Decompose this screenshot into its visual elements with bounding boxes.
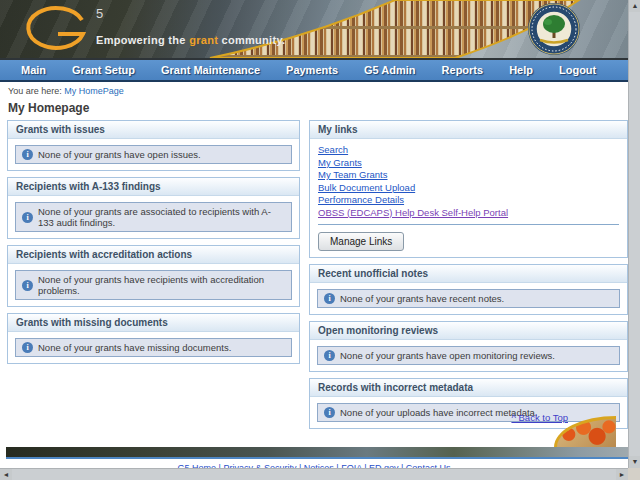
status-panel: Open monitoring reviews None of your gra… <box>309 321 628 372</box>
info-icon <box>22 212 33 223</box>
education-seal-icon <box>528 3 580 55</box>
columns: Grants with issues None of your grants h… <box>0 120 628 435</box>
footer-photo-strip <box>6 447 628 459</box>
my-links-link[interactable]: My Team Grants <box>318 169 619 182</box>
info-icon <box>324 293 335 304</box>
my-links-link[interactable]: Performance Details <box>318 194 619 207</box>
panel-message: None of your grants have recent notes. <box>340 293 504 304</box>
panel-message: None of your grants have missing documen… <box>38 342 231 353</box>
panel-title: Grants with issues <box>8 121 299 139</box>
main-nav: MainGrant SetupGrant MaintenancePayments… <box>0 58 628 82</box>
info-message: None of your grants are associated to re… <box>15 202 292 232</box>
g5-logo-icon <box>28 8 83 48</box>
status-panel: Grants with issues None of your grants h… <box>7 120 300 171</box>
info-message: None of your grants have open monitoring… <box>317 346 620 365</box>
horizontal-scrollbar[interactable]: ◄ ► <box>0 468 628 480</box>
bookshelf-swoosh-image <box>210 0 579 58</box>
status-panel: Recipients with accreditation actions No… <box>7 245 300 307</box>
info-icon <box>22 342 33 353</box>
panel-message: None of your grants have recipients with… <box>38 274 285 296</box>
info-message: None of your grants have recent notes. <box>317 289 620 308</box>
breadcrumb-link-homepage[interactable]: My HomePage <box>64 86 124 96</box>
nav-item[interactable]: G5 Admin <box>351 64 429 76</box>
g5-logo-five: 5 <box>96 6 103 21</box>
my-links-link[interactable]: Bulk Document Upload <box>318 182 619 195</box>
my-links-link[interactable]: OBSS (EDCAPS) Help Desk Self-Help Portal <box>318 207 619 220</box>
divider <box>318 224 619 225</box>
scrollbar-corner <box>628 468 640 480</box>
info-icon <box>324 350 335 361</box>
nav-item[interactable]: Reports <box>429 64 497 76</box>
banner-graphics <box>0 0 628 58</box>
breadcrumb: You are here: My HomePage <box>0 82 628 98</box>
nav-item[interactable]: Main <box>8 64 59 76</box>
my-links-link[interactable]: My Grants <box>318 157 619 170</box>
panel-message: None of your uploads have incorrect meta… <box>340 407 538 418</box>
header-banner: 5 Empowering the grant community. <box>0 0 628 58</box>
nav-item[interactable]: Help <box>496 64 546 76</box>
panel-title: Grants with missing documents <box>8 314 299 332</box>
info-message: None of your uploads have incorrect meta… <box>317 403 620 422</box>
content-area: 5 Empowering the grant community. MainGr… <box>0 0 628 468</box>
panel-title: Recipients with A-133 findings <box>8 178 299 196</box>
panel-message: None of your grants have open monitoring… <box>340 350 555 361</box>
panel-message: None of your grants have open issues. <box>38 149 201 160</box>
breadcrumb-prefix: You are here: <box>8 86 64 96</box>
nav-item[interactable]: Grant Maintenance <box>148 64 273 76</box>
scroll-right-arrow-icon[interactable]: ► <box>616 469 628 480</box>
vertical-scrollbar[interactable]: ▲ ▼ <box>628 0 640 468</box>
nav-item[interactable]: Grant Setup <box>59 64 148 76</box>
right-column: My links SearchMy GrantsMy Team GrantsBu… <box>309 120 628 435</box>
status-panel: Grants with missing documents None of yo… <box>7 313 300 364</box>
my-links-link[interactable]: Search <box>318 144 619 157</box>
my-links-panel: My links SearchMy GrantsMy Team GrantsBu… <box>309 120 628 258</box>
info-message: None of your grants have open issues. <box>15 145 292 164</box>
scroll-down-arrow-icon[interactable]: ▼ <box>629 456 640 468</box>
status-panel: Recipients with A-133 findings None of y… <box>7 177 300 239</box>
panel-title: Recipients with accreditation actions <box>8 246 299 264</box>
scroll-left-arrow-icon[interactable]: ◄ <box>0 469 12 480</box>
info-message: None of your grants have recipients with… <box>15 270 292 300</box>
page-title: My Homepage <box>8 101 628 115</box>
tagline: Empowering the grant community. <box>96 34 285 46</box>
back-to-top-link[interactable]: ^ Back to Top <box>511 412 568 423</box>
my-links-list: SearchMy GrantsMy Team GrantsBulk Docume… <box>318 144 619 219</box>
scroll-up-arrow-icon[interactable]: ▲ <box>629 0 640 12</box>
status-panel: Recent unofficial notes None of your gra… <box>309 264 628 315</box>
manage-links-button[interactable]: Manage Links <box>318 232 404 251</box>
panel-title: Open monitoring reviews <box>310 322 627 340</box>
left-column: Grants with issues None of your grants h… <box>7 120 300 370</box>
page: 5 Empowering the grant community. MainGr… <box>0 0 640 480</box>
info-icon <box>22 149 33 160</box>
panel-title: Recent unofficial notes <box>310 265 627 283</box>
nav-item[interactable]: Logout <box>546 64 609 76</box>
info-message: None of your grants have missing documen… <box>15 338 292 357</box>
right-panels: Recent unofficial notes None of your gra… <box>309 264 628 429</box>
panel-title: Records with incorrect metadata <box>310 379 627 397</box>
panel-title: My links <box>310 121 627 139</box>
panel-message: None of your grants are associated to re… <box>38 206 285 228</box>
info-icon <box>22 280 33 291</box>
nav-item[interactable]: Payments <box>273 64 351 76</box>
info-icon <box>324 407 335 418</box>
